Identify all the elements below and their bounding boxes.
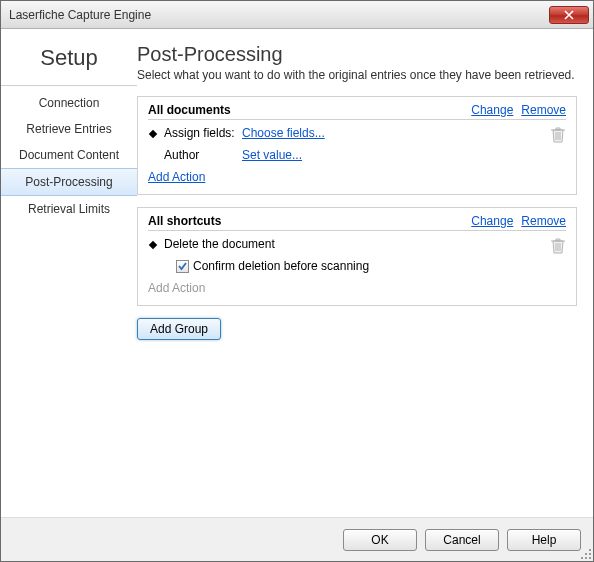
change-link[interactable]: Change bbox=[471, 103, 513, 117]
confirm-deletion-row: Confirm deletion before scanning bbox=[148, 257, 566, 275]
group-name: All documents bbox=[148, 103, 471, 117]
group-all-documents: All documents Change Remove Assign field… bbox=[137, 96, 577, 195]
action-row: Assign fields: Choose fields... bbox=[148, 124, 566, 146]
confirm-deletion-checkbox[interactable] bbox=[176, 260, 189, 273]
page-title: Post-Processing bbox=[137, 43, 577, 66]
confirm-deletion-label: Confirm deletion before scanning bbox=[193, 259, 369, 273]
titlebar[interactable]: Laserfiche Capture Engine bbox=[1, 1, 593, 29]
field-subrow: Author Set value... bbox=[148, 146, 566, 164]
nav-connection[interactable]: Connection bbox=[1, 90, 137, 116]
window-title: Laserfiche Capture Engine bbox=[9, 8, 549, 22]
bullet-icon bbox=[149, 130, 157, 138]
nav-retrieve-entries[interactable]: Retrieve Entries bbox=[1, 116, 137, 142]
page-description: Select what you want to do with the orig… bbox=[137, 68, 577, 82]
group-all-shortcuts: All shortcuts Change Remove Delete the d… bbox=[137, 207, 577, 306]
check-icon bbox=[177, 261, 188, 272]
resize-grip[interactable] bbox=[579, 547, 591, 559]
footer: OK Cancel Help bbox=[1, 517, 593, 561]
choose-fields-link[interactable]: Choose fields... bbox=[242, 126, 325, 140]
divider bbox=[1, 85, 137, 86]
main-panel: Post-Processing Select what you want to … bbox=[137, 29, 593, 517]
ok-button[interactable]: OK bbox=[343, 529, 417, 551]
group-name: All shortcuts bbox=[148, 214, 471, 228]
close-icon bbox=[564, 10, 574, 20]
add-action-link[interactable]: Add Action bbox=[148, 170, 205, 184]
add-group-button[interactable]: Add Group bbox=[137, 318, 221, 340]
sidebar: Setup Connection Retrieve Entries Docume… bbox=[1, 29, 137, 517]
sidebar-title: Setup bbox=[1, 45, 137, 71]
trash-icon[interactable] bbox=[550, 237, 566, 255]
group-header: All documents Change Remove bbox=[148, 103, 566, 120]
nav-retrieval-limits[interactable]: Retrieval Limits bbox=[1, 196, 137, 222]
field-name: Author bbox=[164, 148, 242, 162]
close-button[interactable] bbox=[549, 6, 589, 24]
set-value-link[interactable]: Set value... bbox=[242, 148, 302, 162]
help-button[interactable]: Help bbox=[507, 529, 581, 551]
action-label: Delete the document bbox=[164, 237, 275, 251]
trash-icon[interactable] bbox=[550, 126, 566, 144]
app-window: Laserfiche Capture Engine Setup Connecti… bbox=[0, 0, 594, 562]
bullet-icon bbox=[149, 241, 157, 249]
group-header: All shortcuts Change Remove bbox=[148, 214, 566, 231]
cancel-button[interactable]: Cancel bbox=[425, 529, 499, 551]
remove-link[interactable]: Remove bbox=[521, 103, 566, 117]
nav-document-content[interactable]: Document Content bbox=[1, 142, 137, 168]
change-link[interactable]: Change bbox=[471, 214, 513, 228]
add-action-disabled: Add Action bbox=[148, 281, 205, 295]
action-row: Delete the document bbox=[148, 235, 566, 257]
body: Setup Connection Retrieve Entries Docume… bbox=[1, 29, 593, 517]
action-label: Assign fields: bbox=[164, 126, 242, 140]
remove-link[interactable]: Remove bbox=[521, 214, 566, 228]
nav-post-processing[interactable]: Post-Processing bbox=[1, 168, 137, 196]
